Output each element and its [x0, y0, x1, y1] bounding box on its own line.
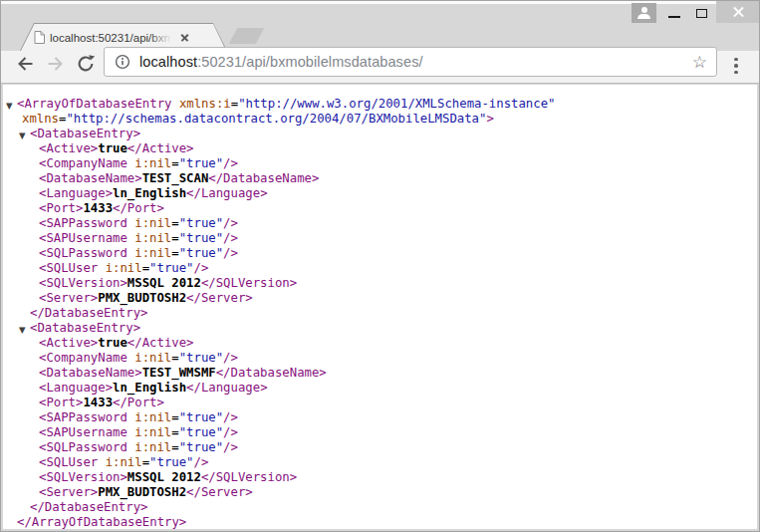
- xml-tag-segment: <DatabaseEntry>: [30, 321, 140, 335]
- refresh-icon: [76, 54, 96, 74]
- maximize-icon: [696, 9, 707, 18]
- xml-line: <SQLPassword i:nil="true"/>: [3, 440, 757, 455]
- xml-val-segment: "true": [149, 455, 193, 469]
- xml-tag-segment: <DatabaseEntry>: [30, 127, 140, 140]
- close-button[interactable]: [716, 1, 760, 23]
- info-icon[interactable]: [115, 54, 130, 70]
- xml-val-segment: "true": [179, 216, 223, 230]
- xml-plain-segment: [171, 97, 178, 111]
- xml-val-segment: "true": [149, 261, 193, 275]
- xml-line: <Language>ln_English</Language>: [3, 381, 757, 396]
- tab-strip: localhost:50231/api/bxm: [1, 1, 759, 51]
- xml-line: <SAPUsername i:nil="true"/>: [3, 231, 757, 246]
- xml-line: ▼<DatabaseEntry>: [3, 127, 757, 141]
- page-favicon-icon: [34, 31, 45, 44]
- xml-plain-segment: =: [171, 351, 178, 365]
- xml-text-segment: TEST_WMSMF: [142, 366, 216, 380]
- minimize-icon: [668, 16, 680, 18]
- xml-line: <Language>ln_English</Language>: [3, 186, 757, 201]
- browser-menu-button[interactable]: [728, 52, 744, 80]
- xml-tag-segment: <SAPPassword: [39, 216, 127, 230]
- maximize-button[interactable]: [688, 3, 715, 23]
- refresh-button[interactable]: [76, 54, 96, 74]
- url-text: localhost:50231/api/bxmobilelmsdatabases…: [139, 54, 423, 70]
- xml-tag-segment: </Server>: [186, 485, 253, 499]
- xml-line: xmlns="http://schemas.datacontract.org/2…: [3, 112, 757, 127]
- xml-tag-segment: <Language>: [39, 186, 113, 200]
- xml-tag-segment: <SQLVersion>: [39, 276, 127, 290]
- close-icon: [731, 5, 745, 19]
- xml-tag-segment: <SQLUser: [39, 261, 98, 275]
- profile-person-icon: [637, 7, 650, 19]
- browser-window: localhost:50231/api/bxm: [0, 0, 760, 532]
- xml-tag-segment: </Port>: [113, 201, 164, 215]
- xml-text-segment: ln_English: [113, 381, 186, 395]
- omnibox[interactable]: localhost:50231/api/bxmobilelmsdatabases…: [104, 47, 717, 77]
- forward-arrow-icon: [46, 54, 66, 74]
- xml-tag-segment: <Server>: [39, 291, 98, 305]
- xml-tag-segment: <ArrayOfDatabaseEntry: [17, 97, 171, 111]
- xml-tag-segment: </DatabaseEntry>: [30, 500, 147, 514]
- xml-plain-segment: =: [171, 410, 178, 424]
- xml-tag-segment: <SQLPassword: [39, 440, 127, 454]
- xml-tag-segment: <SAPPassword: [39, 410, 127, 424]
- profile-button[interactable]: [632, 3, 656, 23]
- xml-tag-segment: </Active>: [127, 141, 194, 155]
- menu-dot-icon: [734, 64, 738, 68]
- new-tab-button[interactable]: [229, 28, 265, 44]
- xml-tag-segment: <DatabaseName>: [39, 366, 142, 380]
- xml-plain-segment: =: [171, 246, 178, 260]
- xml-val-segment: "true": [179, 156, 223, 170]
- xml-tag-segment: <DatabaseName>: [39, 171, 142, 185]
- url-path: :50231/api/bxmobilelmsdatabases/: [197, 54, 422, 70]
- xml-attr-segment: i:nil: [106, 455, 142, 469]
- xml-val-segment: "http://schemas.datacontract.org/2004/07…: [66, 112, 486, 126]
- xml-tag-segment: >: [486, 112, 493, 126]
- menu-dot-icon: [734, 58, 738, 62]
- xml-text-segment: true: [98, 141, 127, 155]
- xml-tag-segment: <SQLUser: [39, 455, 98, 469]
- xml-tag-segment: />: [223, 440, 238, 454]
- xml-text-segment: TEST_SCAN: [142, 171, 209, 185]
- xml-tag-segment: />: [194, 261, 209, 275]
- xml-tag-segment: <CompanyName: [39, 351, 127, 365]
- xml-attr-segment: xmlns:i: [179, 97, 231, 111]
- xml-plain-segment: =: [171, 216, 178, 230]
- xml-tag-segment: <Port>: [39, 201, 83, 215]
- xml-tag-segment: />: [223, 410, 238, 424]
- xml-plain-segment: =: [171, 425, 178, 439]
- xml-line: <CompanyName i:nil="true"/>: [3, 351, 757, 366]
- xml-val-segment: "true": [179, 425, 223, 439]
- xml-line: <SQLVersion>MSSQL 2012</SQLVersion>: [3, 276, 757, 291]
- xml-tag-segment: />: [223, 351, 238, 365]
- forward-button[interactable]: [46, 54, 66, 74]
- xml-line: <CompanyName i:nil="true"/>: [3, 156, 757, 171]
- xml-tag-segment: </Port>: [113, 396, 164, 409]
- xml-line: </DatabaseEntry>: [3, 306, 757, 321]
- menu-dot-icon: [734, 71, 738, 75]
- xml-tag-segment: />: [223, 216, 238, 230]
- xml-tag-segment: </DatabaseName>: [208, 171, 319, 185]
- xml-plain-segment: =: [142, 261, 149, 275]
- xml-tag-segment: />: [223, 231, 238, 245]
- xml-tag-segment: </SQLVersion>: [201, 276, 297, 290]
- xml-attr-segment: i:nil: [134, 440, 171, 454]
- xml-plain-segment: =: [171, 231, 178, 245]
- xml-line: <Port>1433</Port>: [3, 396, 757, 410]
- xml-line: <SAPPassword i:nil="true"/>: [3, 410, 757, 425]
- xml-line: <DatabaseName>TEST_WMSMF</DatabaseName>: [3, 366, 757, 381]
- xml-line: </DatabaseEntry>: [3, 500, 757, 515]
- xml-text-segment: MSSQL 2012: [127, 276, 201, 290]
- xml-val-segment: "true": [179, 246, 223, 260]
- xml-text-segment: PMX_BUDTOSH2: [98, 485, 186, 499]
- xml-val-segment: "true": [179, 231, 223, 245]
- xml-tag-segment: </DatabaseEntry>: [30, 306, 147, 320]
- bookmark-star-icon[interactable]: ☆: [692, 52, 707, 72]
- minimize-button[interactable]: [660, 3, 687, 23]
- xml-attr-segment: i:nil: [134, 231, 171, 245]
- xml-tag-segment: <Active>: [39, 336, 98, 350]
- tab-close-icon[interactable]: [179, 32, 190, 43]
- xml-line: <Port>1433</Port>: [3, 201, 757, 216]
- xml-line: <SQLVersion>MSSQL 2012</SQLVersion>: [3, 470, 757, 485]
- back-button[interactable]: [15, 54, 35, 74]
